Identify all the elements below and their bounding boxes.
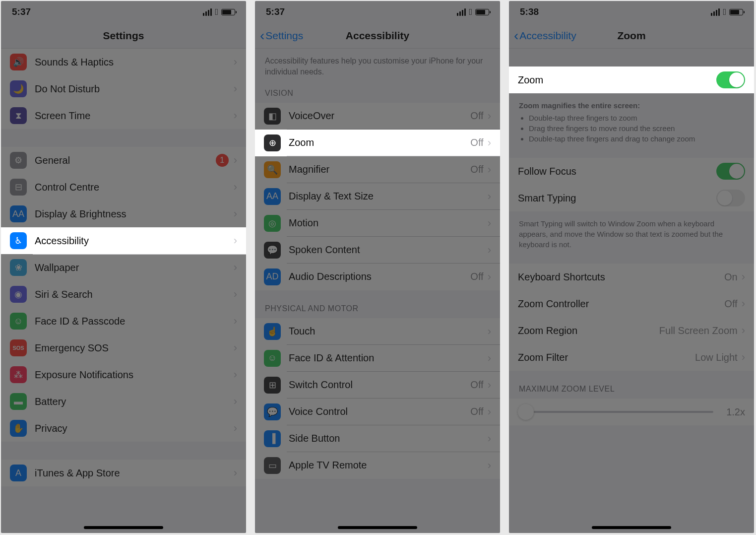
row-label: Siri & Search (35, 289, 234, 300)
back-button[interactable]: ‹ Accessibility (514, 29, 576, 43)
privacy-icon: ✋ (10, 420, 27, 437)
signal-icon (711, 8, 720, 16)
row-value: Off (470, 164, 483, 175)
vision-list[interactable]: ◧ VoiceOver Off › ⊕ Zoom Off › 🔍 Magnifi… (255, 103, 500, 290)
chevron-right-icon: › (234, 181, 237, 194)
list-row[interactable]: AA Display & Brightness › (1, 201, 246, 227)
list-row[interactable]: AA Display & Text Size › (255, 183, 500, 210)
smart-typing-toggle[interactable] (716, 190, 745, 206)
chevron-left-icon: ‹ (260, 29, 264, 43)
list-row[interactable]: ▭ Apple TV Remote › (255, 452, 500, 479)
list-row[interactable]: 🔊 Sounds & Haptics › (1, 49, 246, 75)
smart-typing-row[interactable]: Smart Typing (509, 185, 754, 211)
wifi-icon: 􀙇 (723, 7, 726, 17)
chevron-right-icon: › (234, 82, 237, 95)
home-indicator[interactable] (338, 526, 417, 529)
home-indicator[interactable] (84, 526, 163, 529)
row-label: Zoom (289, 137, 470, 148)
intro-text: Accessibility features help you customis… (255, 49, 500, 82)
home-indicator[interactable] (592, 526, 671, 529)
zoom-toggle-row[interactable]: Zoom (509, 67, 754, 93)
settings-screen: 5:37 􀙇 Settings 🔊 Sounds & Haptics › 🌙 D… (1, 1, 246, 533)
row-label: Privacy (35, 423, 234, 434)
motor-header: PHYSICAL AND MOTOR (255, 290, 500, 318)
chevron-right-icon: › (234, 315, 237, 328)
sos-icon: SOS (10, 339, 27, 356)
row-label: Battery (35, 396, 234, 407)
accessibility-icon: ♿︎ (10, 232, 27, 249)
zoom-desc-title: Zoom magnifies the entire screen: (519, 101, 640, 110)
list-row[interactable]: Keyboard Shortcuts On › (509, 264, 754, 290)
general-icon: ⚙ (10, 152, 27, 169)
chevron-right-icon: › (234, 154, 237, 167)
list-row[interactable]: ◧ VoiceOver Off › (255, 103, 500, 130)
list-row[interactable]: ◉ Siri & Search › (1, 281, 246, 308)
list-row[interactable]: ⊟ Control Centre › (1, 174, 246, 201)
touch-icon: ☝ (264, 323, 281, 340)
list-row[interactable]: 💬 Spoken Content › (255, 237, 500, 264)
list-row[interactable]: A iTunes & App Store › (1, 460, 246, 486)
battery-icon (729, 9, 743, 15)
screentime-icon: ⧗ (10, 107, 27, 124)
back-button[interactable]: ‹ Settings (260, 29, 303, 43)
zoom-screen: 5:38 􀙇 ‹ Accessibility Zoom Zoom Zoom ma… (509, 1, 754, 533)
list-row[interactable]: ⧗ Screen Time › (1, 102, 246, 129)
zoom-toggle[interactable] (716, 71, 745, 88)
chevron-right-icon: › (234, 56, 237, 68)
list-row[interactable]: SOS Emergency SOS › (1, 334, 246, 361)
magnifier-icon: 🔍 (264, 161, 281, 178)
siri-icon: ◉ (10, 286, 27, 303)
list-row[interactable]: ♿︎ Accessibility › (1, 227, 246, 254)
list-row[interactable]: ⚙ General 1 › (1, 147, 246, 174)
list-row[interactable]: Zoom Region Full Screen Zoom › (509, 317, 754, 344)
chevron-right-icon: › (234, 422, 237, 435)
list-row[interactable]: ◎ Motion › (255, 210, 500, 237)
list-row[interactable]: ▐ Side Button › (255, 425, 500, 452)
list-row[interactable]: ❀ Wallpaper › (1, 254, 246, 281)
motor-list[interactable]: ☝ Touch › ☺ Face ID & Attention › ⊞ Swit… (255, 318, 500, 479)
row-label: Face ID & Passcode (35, 316, 234, 327)
row-value: Off (470, 271, 483, 282)
list-row[interactable]: Zoom Filter Low Light › (509, 344, 754, 371)
status-bar: 5:38 􀙇 (509, 1, 754, 23)
row-label: Magnifier (289, 164, 470, 175)
chevron-right-icon: › (488, 352, 491, 365)
row-label: Zoom Controller (518, 298, 724, 310)
list-row[interactable]: Zoom Controller Off › (509, 290, 754, 317)
list-row[interactable]: ▬ Battery › (1, 388, 246, 415)
row-label: Zoom (518, 74, 716, 86)
row-label: Display & Text Size (289, 191, 488, 202)
chevron-right-icon: › (488, 136, 491, 149)
list-row[interactable]: ⊕ Zoom Off › (255, 130, 500, 156)
list-row[interactable]: AD Audio Descriptions Off › (255, 264, 500, 290)
list-row[interactable]: ✋ Privacy › (1, 415, 246, 442)
slider-thumb[interactable] (518, 404, 534, 420)
follow-focus-toggle[interactable] (716, 163, 745, 180)
settings-list[interactable]: 🔊 Sounds & Haptics › 🌙 Do Not Disturb › … (1, 49, 246, 486)
list-row[interactable]: ☺ Face ID & Passcode › (1, 308, 246, 334)
row-label: Apple TV Remote (289, 460, 488, 471)
row-label: Accessibility (35, 235, 234, 247)
spoken-icon: 💬 (264, 242, 281, 259)
list-row[interactable]: 💬 Voice Control Off › (255, 399, 500, 425)
list-row[interactable]: ☝ Touch › (255, 318, 500, 345)
row-label: Voice Control (289, 406, 470, 417)
max-zoom-slider[interactable] (518, 411, 713, 413)
row-label: Side Button (289, 433, 488, 444)
list-row[interactable]: ☺ Face ID & Attention › (255, 345, 500, 372)
follow-focus-row[interactable]: Follow Focus (509, 158, 754, 185)
list-row[interactable]: 🌙 Do Not Disturb › (1, 75, 246, 102)
list-row[interactable]: ⊞ Switch Control Off › (255, 372, 500, 399)
vision-header: VISION (255, 82, 500, 103)
list-row[interactable]: ⁂ Exposure Notifications › (1, 361, 246, 388)
row-label: General (35, 155, 216, 166)
list-row[interactable]: 🔍 Magnifier Off › (255, 156, 500, 183)
battery-icon (221, 9, 235, 15)
row-label: Wallpaper (35, 262, 234, 273)
chevron-right-icon: › (488, 459, 491, 472)
row-label: Zoom Filter (518, 352, 695, 363)
tvremote-icon: ▭ (264, 457, 281, 474)
voiceover-icon: ◧ (264, 108, 281, 125)
page-title: Accessibility (346, 30, 409, 42)
voicectrl-icon: 💬 (264, 403, 281, 420)
